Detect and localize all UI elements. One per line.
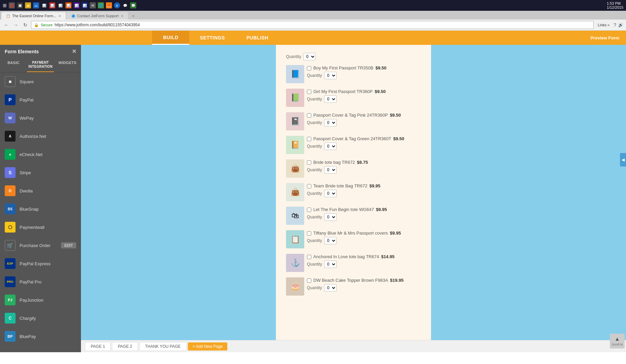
- square-label: Square: [20, 79, 34, 84]
- taskbar-icon-15[interactable]: 💬: [122, 2, 128, 8]
- help-icon[interactable]: ?: [614, 22, 616, 28]
- taskbar-icon-12[interactable]: 🌐: [98, 2, 104, 8]
- tab2-favicon: 🔷: [71, 14, 75, 18]
- page2-button[interactable]: PAGE 2: [112, 342, 138, 351]
- taskbar-icon-8[interactable]: 📊: [65, 2, 72, 8]
- product-checkbox-9[interactable]: [307, 255, 311, 259]
- product-checkbox-10[interactable]: [307, 278, 311, 283]
- product-item-2: 📗 Girl My First Passport TR360P $9.50 Qu…: [286, 89, 421, 107]
- product-item-8: 📋 Tiffany Blue Mr & Mrs Passport covers …: [286, 230, 421, 248]
- product-name-4: Passport Cover & Tag Green 24TR360T: [313, 136, 391, 141]
- product-thumb-3: 📓: [286, 112, 304, 130]
- browser-tabs: 📋 The Easiest Online Form... ✕ 🔷 Contact…: [0, 11, 626, 20]
- sidebar-item-paypalpro[interactable]: PRO PayPal Pro: [0, 273, 81, 291]
- qty-select-4[interactable]: 012: [324, 143, 337, 150]
- sidebar-item-echeck[interactable]: e eCheck.Net: [0, 145, 81, 163]
- browser-chrome: 📋 The Easiest Online Form... ✕ 🔷 Contact…: [0, 11, 626, 31]
- tab-payment[interactable]: PAYMENTINTEGRATION: [27, 58, 54, 72]
- page1-button[interactable]: PAGE 1: [85, 342, 111, 351]
- product-checkbox-4[interactable]: [307, 137, 311, 141]
- taskbar-icon-13[interactable]: 🦊: [106, 2, 112, 8]
- refresh-button[interactable]: ↻: [22, 21, 29, 29]
- blue-side-arrow[interactable]: ◀: [620, 153, 626, 166]
- product-checkbox-6[interactable]: [307, 184, 311, 188]
- taskbar-icon-10[interactable]: 📊: [82, 2, 88, 8]
- forward-button[interactable]: →: [12, 21, 20, 29]
- sidebar-item-paymentwall[interactable]: ⬡ Paymentwall: [0, 218, 81, 236]
- tab-widgets[interactable]: WIDGETS: [54, 58, 81, 72]
- product-checkbox-5[interactable]: [307, 160, 311, 165]
- sidebar-item-purchase[interactable]: 🛒 Purchase Order EDIT: [0, 236, 81, 254]
- qty-select-10[interactable]: 012: [324, 284, 337, 292]
- taskbar-icon-7[interactable]: 📊: [57, 2, 63, 8]
- sidebar-item-dwolla[interactable]: D Dwolla: [0, 182, 81, 200]
- authorize-icon: A: [5, 131, 16, 142]
- paymentwall-icon: ⬡: [5, 222, 16, 233]
- nav-tab-publish[interactable]: PUBLISH: [236, 31, 279, 45]
- tab2-close[interactable]: ✕: [121, 14, 123, 18]
- sidebar-item-bluesnap[interactable]: BS BlueSnap: [0, 200, 81, 218]
- product-checkbox-1[interactable]: [307, 66, 311, 70]
- sidebar-item-paypalexpress[interactable]: EXP PayPal Express: [0, 254, 81, 273]
- arrow-icon: ◀: [622, 157, 625, 162]
- browser-tab-1[interactable]: 📋 The Easiest Online Form... ✕: [1, 12, 66, 20]
- browser-tab-2[interactable]: 🔷 Contact JotForm Support ✕: [66, 12, 128, 20]
- qty-select-5[interactable]: 012: [324, 166, 337, 174]
- qty-select-6[interactable]: 012: [324, 190, 337, 197]
- scroll-top-button[interactable]: ▲ Scroll to: [610, 334, 625, 348]
- bluesnap-label: BlueSnap: [20, 207, 38, 212]
- product-checkbox-8[interactable]: [307, 231, 311, 236]
- sidebar-item-bluepay[interactable]: BP BluePay: [0, 327, 81, 345]
- sidebar-item-payjunction[interactable]: PJ PayJunction: [0, 291, 81, 309]
- taskbar-time: 1:53 PM 1/12/2015: [607, 1, 623, 9]
- sidebar-item-wepay[interactable]: W WePay: [0, 109, 81, 127]
- top-qty-label: Quantity: [286, 54, 301, 59]
- qty-select-3[interactable]: 012: [324, 119, 337, 126]
- taskbar-icon-9[interactable]: 📊: [74, 2, 80, 8]
- wepay-icon: W: [5, 113, 16, 123]
- taskbar-icon-3[interactable]: 📁: [25, 2, 31, 8]
- qty-select-7[interactable]: 012: [324, 213, 337, 221]
- address-bar[interactable]: 🔒 Secure https://www.jotform.com/build/8…: [31, 21, 594, 29]
- sidebar-item-stripe[interactable]: S Stripe: [0, 163, 81, 182]
- qty-select-2[interactable]: 012: [324, 95, 337, 103]
- taskbar-icon-5[interactable]: 📊: [41, 2, 47, 8]
- nav-tab-build[interactable]: BUILD: [152, 31, 189, 45]
- taskbar-icon-1[interactable]: ⭕: [9, 2, 15, 8]
- tab-basic[interactable]: BASIC: [0, 58, 27, 72]
- back-button[interactable]: ←: [3, 21, 10, 29]
- product-checkbox-3[interactable]: [307, 113, 311, 118]
- product-item-9: ⚓ Anchored In Love tote bag TR674 $14.95…: [286, 254, 421, 272]
- taskbar-icon-2[interactable]: ▣: [17, 2, 23, 8]
- thankyou-button[interactable]: THANK YOU PAGE: [139, 342, 187, 351]
- sidebar-item-authorize[interactable]: A Authorize.Net: [0, 127, 81, 145]
- qty-select-1[interactable]: 0123: [324, 72, 337, 79]
- nav-tab-settings[interactable]: SETTINGS: [189, 31, 236, 45]
- qty-select-9[interactable]: 012: [324, 261, 337, 268]
- taskbar-icon-4[interactable]: 🗂: [33, 2, 39, 8]
- taskbar-icon-11[interactable]: ✉: [90, 2, 96, 8]
- bluepay-label: BluePay: [20, 334, 36, 339]
- taskbar-icon-16[interactable]: 💬: [130, 2, 136, 8]
- preview-form-button[interactable]: Preview Form: [584, 35, 626, 40]
- product-checkbox-7[interactable]: [307, 208, 311, 212]
- top-qty-select[interactable]: 0123: [303, 53, 316, 60]
- purchase-edit-button[interactable]: EDIT: [61, 242, 76, 248]
- chargify-label: Chargify: [20, 316, 36, 321]
- top-quantity: Quantity 0123: [286, 53, 421, 60]
- paypal-icon: P: [5, 94, 16, 105]
- taskbar-icon-14[interactable]: e: [114, 2, 120, 8]
- product-checkbox-2[interactable]: [307, 90, 311, 94]
- sidebar-close-button[interactable]: ✕: [72, 48, 76, 55]
- sidebar-item-square[interactable]: ■ Square: [0, 72, 81, 91]
- taskbar-icon-6[interactable]: 📊: [49, 2, 55, 8]
- tab1-close[interactable]: ✕: [58, 14, 61, 18]
- product-details-5: Bride tote bag TR672 $8.75 Quantity 012: [307, 159, 421, 174]
- qty-select-8[interactable]: 012: [324, 237, 337, 244]
- product-details-2: Girl My First Passport TR360P $9.50 Quan…: [307, 89, 421, 103]
- add-page-button[interactable]: + Add New Page: [188, 342, 228, 351]
- start-icon[interactable]: ⊞: [3, 3, 7, 8]
- sidebar-item-paypal[interactable]: P PayPal: [0, 91, 81, 109]
- sidebar-item-chargify[interactable]: C Chargify: [0, 309, 81, 327]
- browser-new-tab[interactable]: +: [129, 12, 138, 20]
